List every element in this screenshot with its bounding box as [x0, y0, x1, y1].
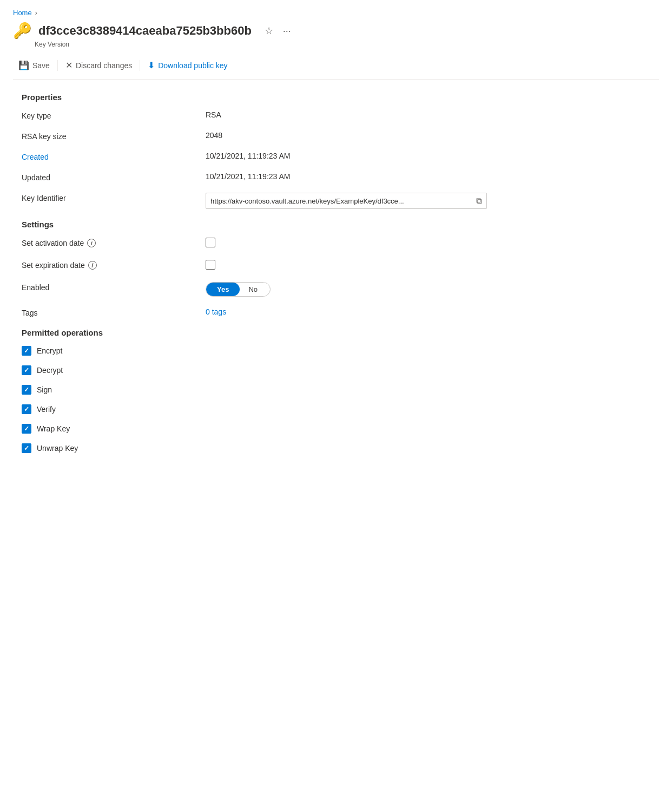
page-title: df3cce3c8389414caeaba7525b3bb60b — [38, 24, 252, 38]
activation-info-icon[interactable]: i — [87, 239, 96, 247]
tags-link[interactable]: 0 tags — [206, 307, 226, 316]
operation-label: Verify — [37, 405, 56, 414]
more-options-button[interactable]: ··· — [281, 24, 293, 38]
discard-label: Discard changes — [76, 61, 132, 70]
tags-row: Tags 0 tags — [22, 307, 650, 317]
toggle-yes-button[interactable]: Yes — [206, 283, 240, 296]
created-row: Created 10/21/2021, 11:19:23 AM — [22, 152, 650, 161]
operations-list: EncryptDecryptSignVerifyWrap KeyUnwrap K… — [22, 346, 650, 453]
properties-section-title: Properties — [22, 93, 650, 102]
save-label: Save — [32, 61, 50, 70]
activation-checkbox[interactable] — [206, 238, 215, 247]
rsa-key-size-row: RSA key size 2048 — [22, 131, 650, 141]
rsa-key-size-label: RSA key size — [22, 131, 206, 141]
breadcrumb: Home › — [13, 9, 659, 17]
enabled-toggle: Yes No — [206, 282, 650, 297]
toolbar-separator-1 — [57, 60, 58, 71]
operation-item: Wrap Key — [22, 424, 650, 434]
operation-item: Sign — [22, 385, 650, 395]
operation-label: Sign — [37, 385, 52, 394]
operation-item: Decrypt — [22, 365, 650, 375]
activation-date-row: Set activation date i — [22, 238, 650, 249]
expiration-date-label: Set expiration date i — [22, 260, 206, 270]
key-type-row: Key type RSA — [22, 110, 650, 120]
operation-item: Unwrap Key — [22, 443, 650, 453]
operation-item: Verify — [22, 404, 650, 414]
operation-label: Unwrap Key — [37, 444, 78, 453]
key-id-box: https://akv-contoso.vault.azure.net/keys… — [206, 193, 487, 209]
main-content: Properties Key type RSA RSA key size 204… — [13, 93, 659, 453]
expiration-date-checkbox — [206, 260, 650, 271]
download-icon: ⬇ — [148, 60, 155, 70]
key-type-label: Key type — [22, 110, 206, 120]
enabled-toggle-container: Yes No — [206, 282, 271, 297]
key-identifier-label: Key Identifier — [22, 193, 206, 202]
operation-checkbox-wrap-key[interactable] — [22, 424, 31, 434]
pin-icon: ☆ — [265, 25, 273, 36]
updated-label: Updated — [22, 172, 206, 182]
expiration-checkbox[interactable] — [206, 260, 215, 270]
operation-item: Encrypt — [22, 346, 650, 356]
rsa-key-size-value: 2048 — [206, 131, 650, 140]
key-identifier-value: https://akv-contoso.vault.azure.net/keys… — [206, 193, 650, 209]
activation-date-label: Set activation date i — [22, 238, 206, 247]
pin-button[interactable]: ☆ — [262, 24, 275, 38]
header-actions: ☆ ··· — [262, 24, 293, 38]
toggle-no-button[interactable]: No — [240, 283, 266, 296]
created-value: 10/21/2021, 11:19:23 AM — [206, 152, 650, 160]
expiration-info-icon[interactable]: i — [88, 261, 97, 270]
updated-row: Updated 10/21/2021, 11:19:23 AM — [22, 172, 650, 182]
save-icon: 💾 — [18, 60, 29, 70]
updated-value: 10/21/2021, 11:19:23 AM — [206, 172, 650, 181]
operation-checkbox-decrypt[interactable] — [22, 365, 31, 375]
download-public-key-button[interactable]: ⬇ Download public key — [142, 57, 233, 74]
save-button[interactable]: 💾 Save — [13, 57, 55, 74]
expiration-date-row: Set expiration date i — [22, 260, 650, 271]
download-label: Download public key — [158, 61, 227, 70]
page-subtitle: Key Version — [35, 41, 659, 48]
toolbar: 💾 Save ✕ Discard changes ⬇ Download publ… — [13, 57, 659, 80]
operation-label: Decrypt — [37, 366, 63, 375]
more-icon: ··· — [283, 25, 291, 36]
key-identifier-row: Key Identifier https://akv-contoso.vault… — [22, 193, 650, 209]
operation-checkbox-sign[interactable] — [22, 385, 31, 395]
toolbar-separator-2 — [140, 60, 140, 71]
breadcrumb-home-link[interactable]: Home — [13, 9, 32, 17]
breadcrumb-separator: › — [35, 9, 37, 17]
activation-date-checkbox — [206, 238, 650, 249]
tags-label: Tags — [22, 307, 206, 317]
operation-checkbox-encrypt[interactable] — [22, 346, 31, 356]
operation-checkbox-verify[interactable] — [22, 404, 31, 414]
copy-icon[interactable]: ⧉ — [476, 196, 482, 206]
enabled-row: Enabled Yes No — [22, 282, 650, 297]
page-header: 🔑 df3cce3c8389414caeaba7525b3bb60b ☆ ··· — [13, 23, 659, 38]
key-id-text: https://akv-contoso.vault.azure.net/keys… — [210, 197, 472, 205]
settings-section-title: Settings — [22, 220, 650, 229]
discard-button[interactable]: ✕ Discard changes — [60, 57, 137, 74]
operation-label: Encrypt — [37, 346, 62, 355]
key-type-value: RSA — [206, 110, 650, 119]
key-icon: 🔑 — [13, 23, 32, 38]
discard-icon: ✕ — [65, 60, 73, 70]
operation-label: Wrap Key — [37, 424, 70, 433]
enabled-label: Enabled — [22, 282, 206, 292]
operation-checkbox-unwrap-key[interactable] — [22, 443, 31, 453]
created-label: Created — [22, 152, 206, 161]
operations-section-title: Permitted operations — [22, 328, 650, 337]
tags-value: 0 tags — [206, 307, 650, 316]
